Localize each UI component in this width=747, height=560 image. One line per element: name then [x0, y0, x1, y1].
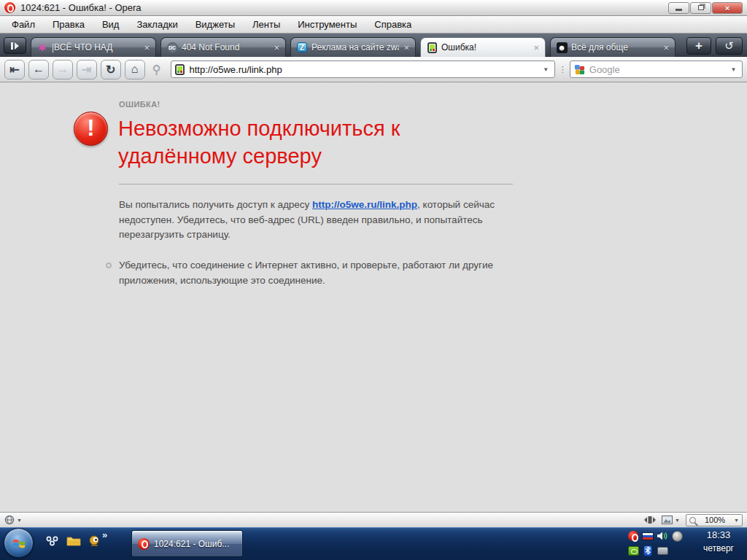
close-button[interactable]: × [712, 2, 743, 14]
error-paragraph: Вы попытались получить доступ к адресу h… [119, 198, 495, 243]
tray-opera-icon[interactable] [627, 530, 639, 542]
tab-close-icon[interactable]: × [533, 42, 540, 53]
task-button-label: 1024:621 - Ошиб... [154, 539, 229, 549]
images-dropdown-icon[interactable]: ▼ [675, 518, 680, 523]
opera-icon [138, 538, 150, 550]
error-icon: ! [74, 112, 108, 146]
menu-tools[interactable]: Инструменты [289, 17, 365, 32]
minimize-icon [676, 9, 682, 11]
tab-title: Всё для обще [571, 42, 659, 52]
tab-reklama[interactable]: Z Реклама на сайте zwa... × [290, 37, 416, 57]
menu-view[interactable]: Вид [93, 17, 128, 32]
home-button[interactable]: ⌂ [125, 60, 145, 79]
tab-favicon-z-icon: Z [297, 42, 307, 52]
windows-flag-icon [12, 536, 26, 551]
tab-close-icon[interactable]: × [662, 42, 670, 53]
tab-favicon-asterisk-icon: ✱ [36, 42, 48, 53]
paragraph-text-before: Вы попытались получить доступ к адресу [119, 199, 312, 210]
zoom-magnifier-icon [689, 517, 696, 524]
menu-widgets[interactable]: Виджеты [187, 17, 244, 32]
tab-close-icon[interactable]: × [143, 42, 150, 53]
quick-launch-overflow-button[interactable]: » [102, 529, 107, 540]
rewind-button[interactable]: ⇤ [4, 60, 25, 79]
google-icon [574, 64, 585, 75]
tray-volume-icon[interactable] [657, 530, 668, 542]
minimize-button[interactable] [668, 2, 689, 14]
tab-title: Ошибка! [441, 42, 529, 52]
fit-to-width-icon[interactable] [644, 516, 656, 524]
view-mode-dropdown-icon[interactable]: ▼ [17, 518, 22, 523]
forward-button[interactable]: → [53, 60, 73, 79]
taskbar: » 1024:621 - Ошиб... [0, 527, 747, 560]
menu-edit[interactable]: Правка [44, 17, 93, 32]
tray-nvidia-icon[interactable] [627, 545, 639, 556]
tab-favicon-dc-icon: DC [167, 42, 178, 53]
panel-toggle-icon [10, 42, 20, 50]
menu-help[interactable]: Справка [365, 17, 420, 32]
view-mode-globe-icon[interactable] [4, 515, 15, 525]
menu-bookmarks[interactable]: Закладки [128, 17, 186, 32]
zoom-dropdown-icon[interactable]: ▼ [734, 518, 739, 523]
divider [119, 184, 513, 184]
tab-title: 404 Not Found [182, 42, 269, 52]
panel-toggle-button[interactable] [4, 37, 26, 54]
tab-title: Реклама на сайте zwa... [311, 42, 399, 52]
quick-launch-bar [45, 534, 102, 548]
start-button[interactable] [4, 528, 34, 558]
toolbar-splitter-handle[interactable]: ⋮ [559, 65, 566, 74]
opera-logo-icon [4, 2, 15, 13]
tab-bar: ✱ |ВСЁ ЧТО НАД × DC 404 Not Found × Z Ре… [0, 34, 747, 57]
tray-language-ru-icon[interactable] [642, 530, 654, 542]
search-bar[interactable]: Google ▼ [570, 61, 743, 78]
clock-time: 18:33 [694, 529, 743, 540]
address-dropdown-icon[interactable]: ▼ [540, 62, 552, 77]
error-hint-text: Убедитесь, что соединение с Интернет акт… [119, 258, 498, 288]
quick-launch-folder-icon[interactable] [66, 534, 81, 548]
quick-launch-eye-icon[interactable] [88, 534, 102, 548]
zoom-level: 100% [699, 516, 731, 524]
search-placeholder[interactable]: Google [589, 64, 723, 75]
bullet-icon [106, 262, 112, 268]
menu-feeds[interactable]: Ленты [244, 17, 289, 32]
clock-day: четверг [694, 543, 743, 553]
page-favicon-icon [427, 42, 437, 53]
images-toggle-icon[interactable] [662, 516, 673, 524]
error-heading: Невозможно подключиться к удалённому сер… [118, 114, 468, 170]
new-tab-button[interactable]: + [686, 37, 711, 55]
tab-404-not-found[interactable]: DC 404 Not Found × [160, 37, 286, 57]
zoom-control[interactable]: 100% ▼ [686, 514, 743, 526]
search-dropdown-icon[interactable]: ▼ [727, 62, 740, 77]
restore-icon [698, 5, 704, 10]
title-bar: 1024:621 - Ошибка! - Opera × [0, 0, 747, 16]
tray-update-icon[interactable] [671, 530, 683, 542]
quick-launch-rings-icon[interactable] [45, 534, 60, 548]
reload-button[interactable]: ↻ [101, 60, 121, 79]
tab-error-active[interactable]: Ошибка! × [420, 37, 546, 57]
tab-vse-dlya-obshche[interactable]: ☻ Всё для обще × [550, 37, 676, 57]
system-tray [627, 529, 690, 559]
back-button[interactable]: ← [28, 60, 49, 79]
page-content: ОШИБКА! ! Невозможно подключиться к удал… [0, 82, 747, 512]
error-exclamation: ! [87, 117, 94, 139]
status-bar: ▼ ▼ 100% ▼ [0, 512, 747, 527]
closed-tabs-button[interactable]: ↺ [716, 37, 743, 55]
tab-close-icon[interactable]: × [273, 42, 280, 53]
menu-file[interactable]: Файл [3, 17, 44, 32]
page-icon [175, 64, 185, 75]
taskbar-clock[interactable]: 18:33 четверг [694, 529, 743, 553]
fast-forward-button[interactable]: ⇥ [77, 60, 97, 79]
menu-bar: Файл Правка Вид Закладки Виджеты Ленты И… [0, 16, 747, 34]
address-bar[interactable]: http://o5we.ru/link.php ▼ [171, 61, 554, 78]
address-toolbar: ⇤ ← → ⇥ ↻ ⌂ ⚲ http://o5we.ru/link.php ▼ … [0, 57, 747, 82]
tab-title: |ВСЁ ЧТО НАД [52, 42, 139, 52]
tray-removable-device-icon[interactable] [657, 545, 668, 556]
wand-key-button[interactable]: ⚲ [149, 60, 165, 79]
restore-button[interactable] [690, 2, 711, 14]
address-url[interactable]: http://o5we.ru/link.php [189, 64, 535, 75]
error-url-link[interactable]: http://o5we.ru/link.php [312, 199, 417, 210]
tab-vse-chto-nad[interactable]: ✱ |ВСЁ ЧТО НАД × [31, 37, 156, 57]
tray-bluetooth-icon[interactable] [642, 545, 654, 556]
taskbar-opera-window-button[interactable]: 1024:621 - Ошиб... [131, 530, 243, 557]
tab-close-icon[interactable]: × [403, 42, 410, 53]
tab-favicon-mask-icon: ☻ [557, 42, 568, 53]
